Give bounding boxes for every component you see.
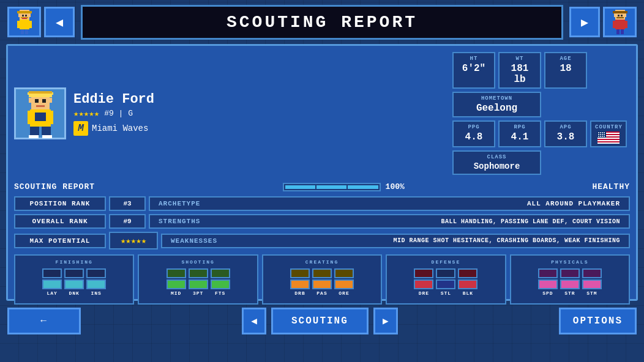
title-box: SCOUTING REPORT bbox=[81, 5, 563, 40]
strengths-row: STRENGTHS BALL HANDLING, PASSING LANE DE… bbox=[149, 214, 630, 229]
ppg-label: PPG bbox=[457, 124, 490, 130]
drb-bar-col: DRB bbox=[290, 268, 310, 296]
ore-bar-high bbox=[334, 279, 354, 289]
pas-bar-low bbox=[312, 268, 332, 278]
svg-rect-29 bbox=[29, 91, 52, 94]
3pt-bar-col: 3PT bbox=[189, 268, 208, 296]
scouting-prev-button[interactable]: ◀ bbox=[242, 308, 266, 334]
progress-container: 100% bbox=[283, 182, 405, 191]
class-label: CLASS bbox=[457, 154, 536, 160]
stl-bar-high bbox=[436, 279, 455, 289]
strengths-label: STRENGTHS bbox=[159, 218, 200, 225]
str-bar-low bbox=[560, 268, 580, 278]
left-nav: ◀ bbox=[7, 7, 75, 37]
svg-point-53 bbox=[604, 132, 605, 133]
ore-bar-low bbox=[334, 268, 354, 278]
svg-rect-30 bbox=[35, 99, 39, 103]
fts-bar-col: FTS bbox=[211, 268, 230, 296]
player-sprite bbox=[19, 89, 62, 138]
shooting-label: SHOOTING bbox=[143, 259, 253, 265]
ins-bar-low bbox=[86, 268, 106, 278]
dnk-label: DNK bbox=[69, 290, 80, 296]
stm-bar-low bbox=[582, 268, 602, 278]
player-meta: ★★★★★ #9 | G bbox=[73, 108, 445, 119]
flag-container bbox=[595, 131, 622, 144]
overall-rank-value: #9 bbox=[109, 214, 146, 229]
blk-label: BLK bbox=[463, 290, 473, 296]
overall-rank-label: OVERALL RANK bbox=[14, 214, 106, 229]
svg-rect-12 bbox=[22, 18, 27, 19]
age-value: 18 bbox=[549, 63, 582, 74]
max-potential-stars: ★★★★★ bbox=[109, 232, 158, 249]
weaknesses-value: MID RANGE SHOT HESITANCE, CRASHING BOARD… bbox=[393, 237, 620, 244]
spd-bar-high bbox=[538, 279, 558, 289]
svg-rect-11 bbox=[25, 15, 27, 17]
age-label: AGE bbox=[549, 56, 582, 62]
back-button[interactable]: ← bbox=[7, 308, 81, 334]
dnk-bar-low bbox=[64, 268, 84, 278]
progress-fill-2 bbox=[316, 185, 346, 189]
svg-point-56 bbox=[602, 134, 603, 135]
apg-label: APG bbox=[549, 124, 582, 130]
creating-group: CREATING DRB PAS ORE bbox=[262, 254, 382, 305]
fts-bar-high bbox=[211, 279, 230, 289]
hometown-stat: HOMETOWN Geelong bbox=[452, 92, 541, 117]
progress-fill-3 bbox=[348, 185, 378, 189]
ht-value: 6'2" bbox=[457, 63, 490, 74]
lay-bar-high bbox=[42, 279, 62, 289]
weaknesses-label: WEAKNESSES bbox=[171, 237, 217, 245]
svg-rect-42 bbox=[42, 135, 52, 138]
right-avatar-icon bbox=[608, 9, 632, 36]
svg-rect-22 bbox=[621, 29, 624, 34]
svg-rect-23 bbox=[618, 15, 620, 17]
archetype-value: ALL AROUND PLAYMAKER bbox=[527, 200, 620, 207]
svg-point-57 bbox=[604, 134, 605, 135]
svg-rect-21 bbox=[616, 29, 620, 34]
blk-bar-low bbox=[458, 268, 477, 278]
spd-bar-low bbox=[538, 268, 558, 278]
wt-value: 181 lb bbox=[503, 63, 536, 85]
footer-center: ◀ SCOUTING ▶ bbox=[242, 308, 398, 334]
apg-stat: APG 3.8 bbox=[544, 120, 587, 147]
physicals-bars: SPD STR STM bbox=[515, 268, 625, 296]
left-player-avatar bbox=[7, 7, 41, 37]
dre-bar-high bbox=[414, 279, 433, 289]
dnk-bar-col: DNK bbox=[64, 268, 84, 296]
spd-label: SPD bbox=[542, 290, 553, 296]
options-button[interactable]: OPTIONS bbox=[559, 308, 637, 334]
team-logo: M bbox=[73, 121, 88, 136]
svg-point-58 bbox=[598, 136, 599, 137]
position-rank-value: #3 bbox=[109, 196, 146, 211]
fts-bar-low bbox=[211, 268, 230, 278]
drb-bar-high bbox=[290, 279, 310, 289]
svg-rect-3 bbox=[17, 11, 32, 13]
next-player-button[interactable]: ▶ bbox=[569, 7, 600, 37]
svg-rect-10 bbox=[22, 15, 24, 17]
3pt-label: 3PT bbox=[193, 290, 203, 296]
strengths-value: BALL HANDLING, PASSING LANE DEF, COURT V… bbox=[441, 218, 620, 225]
scouting-next-button[interactable]: ▶ bbox=[373, 308, 398, 334]
player-name: Eddie Ford bbox=[73, 92, 445, 107]
age-stat: AGE 18 bbox=[544, 52, 587, 89]
spd-bar-col: SPD bbox=[538, 268, 558, 296]
country-stat: COUNTRY bbox=[590, 120, 627, 147]
player-avatar bbox=[14, 87, 66, 139]
class-value: Sophomore bbox=[457, 161, 536, 171]
svg-rect-39 bbox=[30, 127, 39, 135]
3pt-bar-low bbox=[189, 268, 208, 278]
pas-bar-col: PAS bbox=[312, 268, 332, 296]
svg-rect-36 bbox=[28, 111, 31, 124]
dre-label: DRE bbox=[419, 290, 429, 296]
mid-bar-col: MID bbox=[167, 268, 186, 296]
svg-rect-33 bbox=[29, 98, 31, 103]
svg-rect-20 bbox=[625, 21, 627, 28]
3pt-bar-high bbox=[189, 279, 208, 289]
player-number: #9 | G bbox=[104, 109, 133, 118]
lay-bar-low bbox=[42, 268, 62, 278]
svg-rect-18 bbox=[615, 20, 625, 29]
ore-label: ORE bbox=[339, 290, 349, 296]
rpg-label: RPG bbox=[503, 124, 536, 130]
svg-rect-40 bbox=[42, 127, 51, 135]
svg-point-50 bbox=[598, 132, 599, 133]
prev-player-button[interactable]: ◀ bbox=[44, 7, 75, 37]
